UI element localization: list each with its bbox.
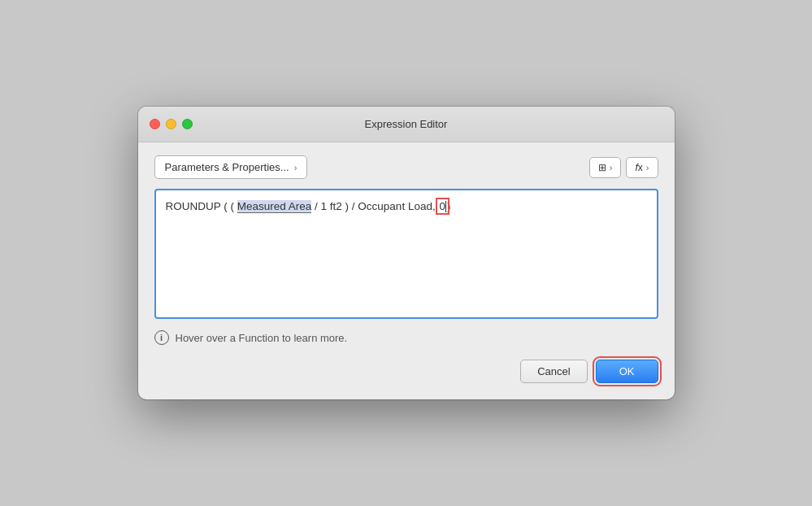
expression-zero: 0 xyxy=(439,200,445,212)
info-icon: i xyxy=(154,330,169,345)
hint-row: i Hover over a Function to learn more. xyxy=(154,330,658,345)
ok-button[interactable]: OK xyxy=(596,360,658,383)
ruler-button[interactable]: ⊞ › xyxy=(589,157,622,178)
minimize-button[interactable] xyxy=(166,119,176,129)
ruler-icon: ⊞ xyxy=(598,162,606,173)
actions-row: Cancel OK xyxy=(154,360,658,383)
expression-editor-dialog: Expression Editor Parameters & Propertie… xyxy=(138,107,675,399)
window-title: Expression Editor xyxy=(365,118,448,130)
params-button-label: Parameters & Properties... xyxy=(165,161,289,173)
toolbar-right: ⊞ › fx › xyxy=(589,157,658,178)
params-properties-button[interactable]: Parameters & Properties... › xyxy=(154,155,308,179)
maximize-button[interactable] xyxy=(182,119,193,129)
expression-middle: / 1 ft2 ) / Occupant Load, xyxy=(311,200,438,212)
title-bar: Expression Editor xyxy=(138,107,675,142)
dialog-body: Parameters & Properties... › ⊞ › fx › RO… xyxy=(138,142,675,399)
hint-text: Hover over a Function to learn more. xyxy=(176,332,348,344)
expression-editor-area[interactable]: ROUNDUP ( ( Measured Area / 1 ft2 ) / Oc… xyxy=(154,189,658,319)
expression-measured-area: Measured Area xyxy=(237,200,312,213)
params-chevron-icon: › xyxy=(294,163,297,172)
close-button[interactable] xyxy=(150,119,160,129)
expression-suffix: ) xyxy=(447,200,451,212)
text-cursor xyxy=(445,201,446,212)
fx-icon: fx xyxy=(635,162,642,173)
expression-cursor-value: 0 xyxy=(438,200,447,212)
toolbar-row: Parameters & Properties... › ⊞ › fx › xyxy=(154,155,658,179)
traffic-lights xyxy=(150,119,193,129)
fx-button[interactable]: fx › xyxy=(626,157,658,178)
fx-chevron-icon: › xyxy=(646,163,649,172)
expression-prefix: ROUNDUP ( ( xyxy=(166,200,237,212)
cancel-button[interactable]: Cancel xyxy=(520,360,587,383)
ruler-chevron-icon: › xyxy=(610,163,613,172)
